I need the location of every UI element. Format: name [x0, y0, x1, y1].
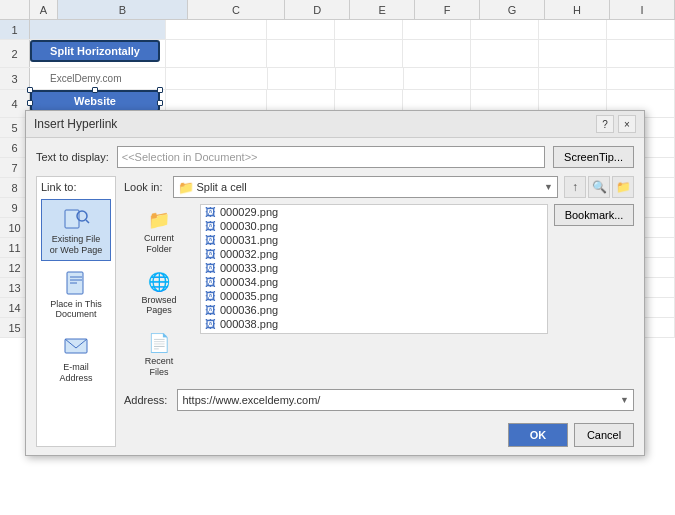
link-item-place-in-doc[interactable]: Place in ThisDocument — [41, 265, 111, 325]
file-section: 📁 CurrentFolder 🌐 BrowsedPages 📄 RecentF… — [124, 204, 634, 383]
recent-files-icon: 📄 — [148, 332, 170, 354]
row-num-1: 1 — [0, 20, 30, 39]
link-to-label: Link to: — [41, 181, 111, 193]
corner-cell — [0, 0, 30, 19]
file-item[interactable]: 🖼000036.png — [201, 303, 547, 317]
dialog-main: Link to: Existing Fileor Web Page — [36, 176, 634, 447]
look-in-folder-display: 📁 Split a cell — [178, 180, 247, 195]
shortcut-browsed-pages[interactable]: 🌐 BrowsedPages — [124, 266, 194, 322]
look-in-new-folder-button[interactable]: 📁 — [612, 176, 634, 198]
file-item[interactable]: 🖼000030.png — [201, 219, 547, 233]
file-name: 000031.png — [220, 234, 278, 246]
file-name: 000032.png — [220, 248, 278, 260]
col-header-i: I — [610, 0, 675, 19]
file-item[interactable]: 🖼000034.png — [201, 275, 547, 289]
cell-c3 — [166, 68, 268, 89]
cell-g2 — [471, 40, 539, 67]
handle-mr — [157, 100, 163, 106]
cell-g3 — [471, 68, 539, 89]
file-png-icon: 🖼 — [205, 220, 216, 232]
col-header-b: B — [58, 0, 188, 19]
website-button[interactable]: Website — [30, 90, 160, 112]
file-side-buttons: Bookmark... — [554, 204, 634, 383]
cancel-button[interactable]: Cancel — [574, 423, 634, 447]
shortcut-current-folder[interactable]: 📁 CurrentFolder — [124, 204, 194, 260]
look-in-search-button[interactable]: 🔍 — [588, 176, 610, 198]
link-item-email[interactable]: E-mailAddress — [41, 328, 111, 388]
file-png-icon: 🖼 — [205, 290, 216, 302]
look-in-select[interactable]: 📁 Split a cell ▼ — [173, 176, 558, 198]
split-horizontally-button[interactable]: Split Horizontally — [30, 40, 160, 62]
place-in-doc-icon — [62, 269, 90, 297]
file-name: 000033.png — [220, 262, 278, 274]
row-3: 3 ExcelDemy.com — [0, 68, 675, 90]
cell-e2 — [335, 40, 403, 67]
link-item-existing-file-label: Existing Fileor Web Page — [50, 234, 102, 256]
existing-file-icon — [62, 204, 90, 232]
cell-f2 — [403, 40, 471, 67]
address-row: Address: https://www.exceldemy.com/ ▼ — [124, 389, 634, 411]
cell-d2 — [267, 40, 335, 67]
ok-button[interactable]: OK — [508, 423, 568, 447]
col-header-a: A — [30, 0, 58, 19]
address-dropdown-arrow: ▼ — [620, 395, 629, 405]
bookmark-button[interactable]: Bookmark... — [554, 204, 634, 226]
col-header-e: E — [350, 0, 415, 19]
dialog-body: Text to display: ScreenTip... Link to: — [26, 138, 644, 455]
text-display-row: Text to display: ScreenTip... — [36, 146, 634, 168]
col-header-d: D — [285, 0, 350, 19]
screentip-button[interactable]: ScreenTip... — [553, 146, 634, 168]
shortcut-recent-files[interactable]: 📄 RecentFiles — [124, 327, 194, 383]
dialog-title: Insert Hyperlink — [34, 117, 117, 131]
cell-d1 — [267, 20, 335, 39]
cell-e1 — [335, 20, 403, 39]
insert-hyperlink-dialog: Insert Hyperlink ? × Text to display: Sc… — [25, 110, 645, 456]
text-to-display-label: Text to display: — [36, 151, 109, 163]
link-item-email-label: E-mailAddress — [59, 362, 92, 384]
file-item[interactable]: 🖼000032.png — [201, 247, 547, 261]
cell-b2: Split Horizontally — [30, 40, 166, 68]
cell-c2 — [166, 40, 268, 67]
look-in-label: Look in: — [124, 181, 163, 193]
cell-f1 — [403, 20, 471, 39]
cell-h3 — [539, 68, 607, 89]
row-num-3: 3 — [0, 68, 30, 89]
dialog-titlebar: Insert Hyperlink ? × — [26, 111, 644, 138]
file-item[interactable]: 🖼000029.png — [201, 205, 547, 219]
file-name: 000034.png — [220, 276, 278, 288]
cell-f3 — [404, 68, 472, 89]
text-to-display-input[interactable] — [117, 146, 545, 168]
handle-tc — [92, 87, 98, 93]
handle-tr — [157, 87, 163, 93]
address-select[interactable]: https://www.exceldemy.com/ ▼ — [177, 389, 634, 411]
column-headers: A B C D E F G H I — [0, 0, 675, 20]
file-item[interactable]: 🖼000031.png — [201, 233, 547, 247]
file-item[interactable]: 🖼000033.png — [201, 261, 547, 275]
file-name: 000035.png — [220, 290, 278, 302]
svg-rect-0 — [65, 210, 79, 228]
cell-c1 — [166, 20, 268, 39]
file-item[interactable]: 🖼000038.png — [201, 317, 547, 331]
current-folder-label: CurrentFolder — [144, 233, 174, 255]
cell-i1 — [607, 20, 675, 39]
address-label: Address: — [124, 394, 167, 406]
look-in-value: Split a cell — [197, 181, 247, 193]
file-name: 000029.png — [220, 206, 278, 218]
svg-line-2 — [86, 220, 89, 223]
recent-files-label: RecentFiles — [145, 356, 174, 378]
col-header-g: G — [480, 0, 545, 19]
file-list-wrapper[interactable]: 🖼000029.png🖼000030.png🖼000031.png🖼000032… — [200, 204, 548, 334]
dialog-help-button[interactable]: ? — [596, 115, 614, 133]
file-name: 000036.png — [220, 304, 278, 316]
file-item[interactable]: 🖼000035.png — [201, 289, 547, 303]
link-to-panel: Link to: Existing Fileor Web Page — [36, 176, 116, 447]
dialog-footer: OK Cancel — [124, 423, 634, 447]
row-1: 1 — [0, 20, 675, 40]
current-folder-icon: 📁 — [148, 209, 170, 231]
link-item-existing-file[interactable]: Existing Fileor Web Page — [41, 199, 111, 261]
look-in-up-button[interactable]: ↑ — [564, 176, 586, 198]
look-in-buttons: ↑ 🔍 📁 — [564, 176, 634, 198]
file-png-icon: 🖼 — [205, 262, 216, 274]
dialog-close-button[interactable]: × — [618, 115, 636, 133]
shortcut-panel: 📁 CurrentFolder 🌐 BrowsedPages 📄 RecentF… — [124, 204, 194, 383]
